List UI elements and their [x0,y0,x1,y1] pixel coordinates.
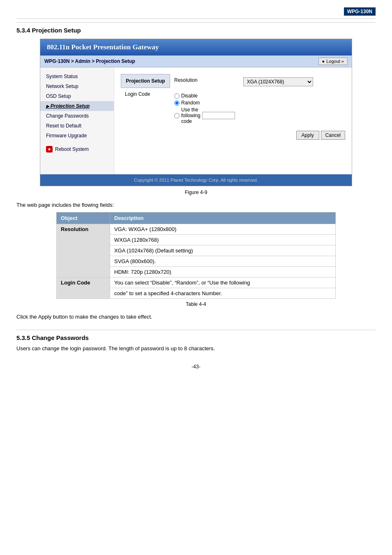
desc-text: The web page includes the flowing fields… [16,202,376,208]
section-535-heading: 5.3.5 Change Passwords [16,330,376,341]
logout-icon: ● [322,59,325,64]
sidebar-item-reset-default[interactable]: Reset to Default [40,121,114,131]
resolution-label: Resolution [170,74,239,88]
resolution-desc-2: WXGA (1280x768) [110,235,336,245]
table-row-login: Login Code You can select “Disable”, “Ra… [57,278,336,288]
sidebar-item-network-setup[interactable]: Network Setup [40,81,114,91]
gateway-title: 802.11n Pocket Presentation Gateway [47,43,159,51]
resolution-desc-5: HDMI: 720p (1280x720) [110,267,336,278]
radio-following-row: Use the following code [174,107,235,124]
radio-random-row: Random [174,100,235,106]
resolution-field: XGA (1024X768) VGA: WXGA+ (1280x800) WXG… [239,74,345,88]
logout-label: Logout » [326,59,344,64]
sidebar-item-firmware-upgrade[interactable]: Firmware Upgrade [40,131,114,141]
radio-random-label: Random [181,100,200,106]
login-code-label: Login Code [121,88,170,126]
apply-button[interactable]: Apply [296,131,319,140]
login-code-desc-2: code” to set a specified 4-characters Nu… [110,288,336,299]
brand-label: WPG-130N [344,7,376,16]
sidebar-item-system-status[interactable]: System Status [40,72,114,81]
form-row: Projection Setup Resolution XGA (1024X76… [121,74,345,88]
login-code-field: Disable Random Use the following code [170,88,239,126]
sidebar: System Status Network Setup OSD Setup Pr… [40,67,114,174]
resolution-desc-1: VGA: WXGA+ (1280x800) [110,224,336,235]
radio-group: Disable Random Use the following code [174,93,235,124]
resolution-desc-4: SVGA (800x600). [110,256,336,267]
radio-following-label: Use the following code [181,107,201,124]
radio-disable[interactable] [174,93,180,99]
breadcrumb-bar: WPG-130N > Admin > Projection Setup ● Lo… [40,56,352,67]
sidebar-item-reboot[interactable]: Reboot System [55,146,89,152]
form-section-label: Projection Setup [121,74,170,88]
gateway-footer: Copyright © 2011 Planet Technology Corp.… [40,174,352,186]
radio-following[interactable] [174,113,180,118]
sidebar-item-projection-setup[interactable]: Projection Setup [40,101,114,111]
col-description: Description [110,213,336,224]
section-534-heading: 5.3.4 Projection Setup [16,22,376,34]
breadcrumb: WPG-130N > Admin > Projection Setup [44,58,135,64]
login-code-object: Login Code [57,278,110,299]
button-row: Apply Cancel [121,131,345,140]
figure-caption: Figure 4-9 [16,190,376,195]
sidebar-reboot-row: ■ Reboot System [40,144,114,155]
resolution-desc-3: XGA (1024x768) (Default setting) [110,245,336,256]
gateway-panel: 802.11n Pocket Presentation Gateway WPG-… [40,39,352,186]
gateway-title-bar: 802.11n Pocket Presentation Gateway [40,39,352,56]
info-table: Object Description Resolution VGA: WXGA+… [56,212,336,299]
sidebar-item-change-passwords[interactable]: Change Passwords [40,111,114,121]
form-row-login: Login Code Disable Random [121,88,345,126]
radio-disable-row: Disable [174,93,235,99]
resolution-object: Resolution [57,224,110,278]
login-code-desc-1: You can select “Disable”, “Random”, or “… [110,278,336,288]
form-table: Projection Setup Resolution XGA (1024X76… [121,74,345,126]
page-number: -43- [16,364,376,370]
logout-button[interactable]: ● Logout » [318,58,348,65]
apply-note: Click the Apply button to make the chang… [16,314,376,320]
sidebar-item-osd-setup[interactable]: OSD Setup [40,91,114,101]
gateway-body: System Status Network Setup OSD Setup Pr… [40,67,352,174]
top-divider [16,18,376,19]
resolution-select[interactable]: XGA (1024X768) VGA: WXGA+ (1280x800) WXG… [243,77,313,86]
change-passwords-desc: Users can change the login password. The… [16,345,376,352]
table-row-resolution: Resolution VGA: WXGA+ (1280x800) [57,224,336,235]
cancel-button[interactable]: Cancel [321,131,345,140]
following-code-input[interactable] [202,112,235,119]
copyright-text: Copyright © 2011 Planet Technology Corp.… [134,178,258,183]
table-caption: Table 4-4 [16,301,376,307]
radio-random[interactable] [174,100,180,106]
col-object: Object [57,213,110,224]
reboot-icon: ■ [46,146,53,153]
main-content: Projection Setup Resolution XGA (1024X76… [114,67,352,174]
radio-disable-label: Disable [181,93,198,99]
